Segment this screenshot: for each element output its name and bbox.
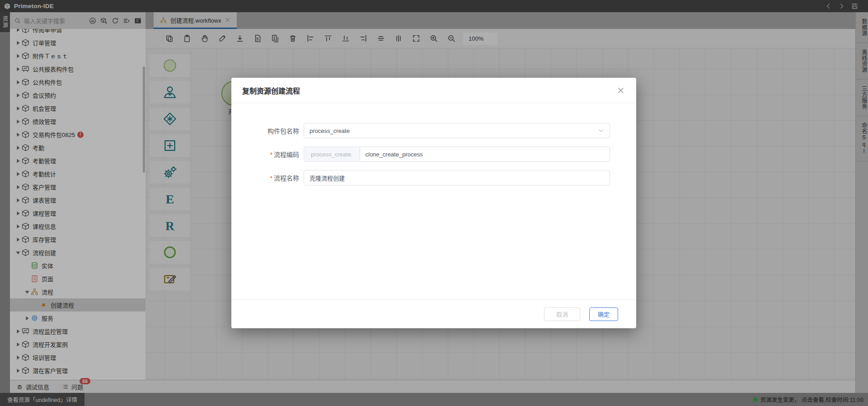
code-prefix-box: process_create. (304, 146, 360, 162)
form-row: *流程编码 process_create. clone_create_proce… (257, 146, 610, 162)
package-name-field[interactable]: process_create (304, 123, 610, 138)
field-value: 克隆流程创建 (310, 174, 345, 182)
dialog-header: 复制资源创建流程 (231, 78, 636, 103)
required-asterisk: * (270, 151, 272, 158)
process-name-field[interactable]: 克隆流程创建 (304, 170, 610, 185)
confirm-button[interactable]: 确定 (589, 307, 618, 321)
field-value: process_create (310, 127, 350, 134)
dialog-footer: 取消 确定 (231, 299, 636, 328)
required-asterisk: * (270, 175, 272, 182)
form-row: 构件包名称 process_create (257, 123, 610, 138)
field-label: 构件包名称 (257, 126, 304, 135)
copy-process-dialog: 复制资源创建流程 构件包名称 process_create *流程编码 (231, 78, 636, 328)
dialog-close-button[interactable] (617, 86, 625, 94)
dialog-title: 复制资源创建流程 (242, 85, 300, 96)
field-value: clone_create_process (366, 151, 423, 158)
form-row: *流程名称 克隆流程创建 (257, 170, 610, 185)
field-label: *流程编码 (257, 150, 304, 159)
chevron-down-icon[interactable] (598, 127, 604, 134)
process-code-field[interactable]: clone_create_process (360, 146, 610, 162)
app-window: Primeton-IDE 资源 输入关键字搜索 传阅单申请 (0, 0, 868, 406)
field-label: *流程名称 (257, 173, 304, 182)
close-icon (617, 87, 624, 94)
cancel-button[interactable]: 取消 (544, 307, 580, 321)
dialog-body: 构件包名称 process_create *流程编码 process_creat… (231, 103, 636, 299)
